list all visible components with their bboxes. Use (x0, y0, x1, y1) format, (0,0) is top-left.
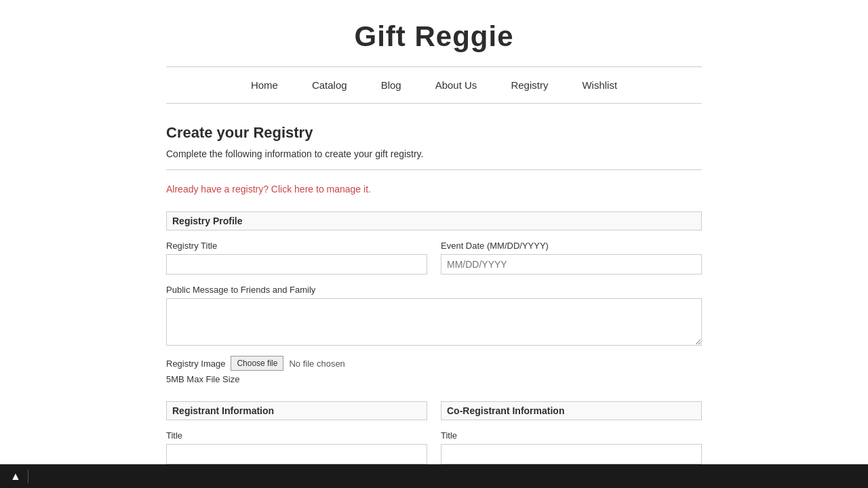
registry-image-row: Registry Image Choose file No file chose… (166, 356, 702, 371)
event-date-label: Event Date (MM/DD/YYYY) (441, 241, 702, 251)
bottom-bar-divider (28, 470, 28, 483)
registry-image-label: Registry Image (166, 359, 225, 369)
registrant-header: Registrant Information (166, 401, 427, 420)
nav-item-wishlist[interactable]: Wishlist (582, 79, 617, 91)
content-divider (166, 169, 702, 170)
co-registrant-header: Co-Registrant Information (441, 401, 702, 420)
public-message-group: Public Message to Friends and Family (166, 285, 702, 346)
registry-title-group: Registry Title (166, 241, 427, 274)
registry-title-label: Registry Title (166, 241, 427, 251)
registry-title-input[interactable] (166, 254, 427, 274)
public-message-textarea[interactable] (166, 298, 702, 346)
page-title: Create your Registry (166, 124, 702, 142)
page-subtitle: Complete the following information to cr… (166, 148, 702, 159)
existing-registry-link[interactable]: Already have a registry? Click here to m… (166, 184, 702, 195)
site-header: Gift Reggie (0, 0, 868, 66)
bottom-bar: ▲ (0, 464, 868, 488)
registrant-title-group: Title (166, 430, 427, 464)
nav-item-blog[interactable]: Blog (381, 79, 401, 91)
file-size-note: 5MB Max File Size (166, 374, 702, 384)
public-message-label: Public Message to Friends and Family (166, 285, 702, 295)
event-date-group: Event Date (MM/DD/YYYY) (441, 241, 702, 274)
registrant-title-input[interactable] (166, 444, 427, 464)
nav-item-home[interactable]: Home (251, 79, 278, 91)
nav-item-about-us[interactable]: About Us (435, 79, 477, 91)
event-date-input[interactable] (441, 254, 702, 274)
nav-item-registry[interactable]: Registry (511, 79, 548, 91)
registrant-title-label: Title (166, 430, 427, 441)
scroll-up-button[interactable]: ▲ (7, 470, 24, 483)
choose-file-button[interactable]: Choose file (231, 356, 283, 371)
co-registrant-title-input[interactable] (441, 444, 702, 464)
nav-item-catalog[interactable]: Catalog (312, 79, 347, 91)
co-registrant-title-label: Title (441, 430, 702, 441)
site-title: Gift Reggie (0, 20, 868, 53)
registry-profile-section: Registry Profile Registry Title Event Da… (166, 211, 702, 384)
registry-title-row: Registry Title Event Date (MM/DD/YYYY) (166, 241, 702, 274)
co-registrant-title-group: Title (441, 430, 702, 464)
main-content: Create your Registry Complete the follow… (0, 104, 868, 488)
registry-profile-header: Registry Profile (166, 211, 702, 230)
file-no-chosen-text: No file chosen (289, 359, 344, 369)
main-nav: Home Catalog Blog About Us Registry Wish… (0, 67, 868, 103)
